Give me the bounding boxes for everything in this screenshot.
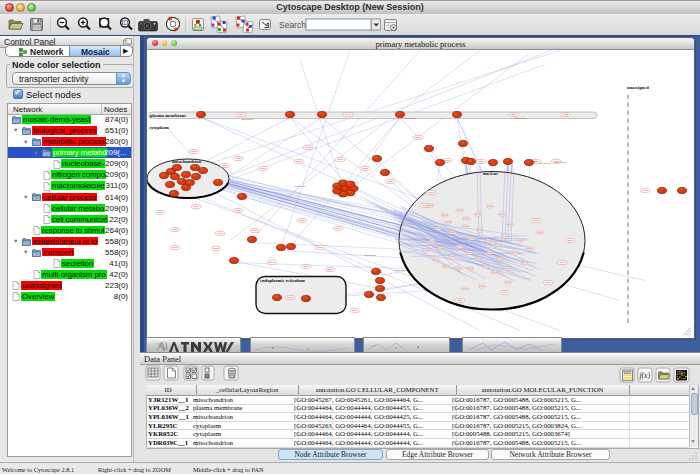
svg-text:f(x): f(x) — [640, 371, 651, 380]
svg-text:cytoplasm: cytoplasm — [149, 125, 169, 130]
svg-text:nucleus: nucleus — [483, 170, 498, 175]
svg-text:unassigned: unassigned — [627, 84, 649, 89]
svg-text:plasma membrane: plasma membrane — [150, 113, 186, 118]
svg-text:Search:: Search: — [279, 20, 308, 30]
svg-text:endoplasmic reticulum: endoplasmic reticulum — [260, 278, 305, 283]
svg-text:mitochondrion: mitochondrion — [172, 158, 202, 163]
